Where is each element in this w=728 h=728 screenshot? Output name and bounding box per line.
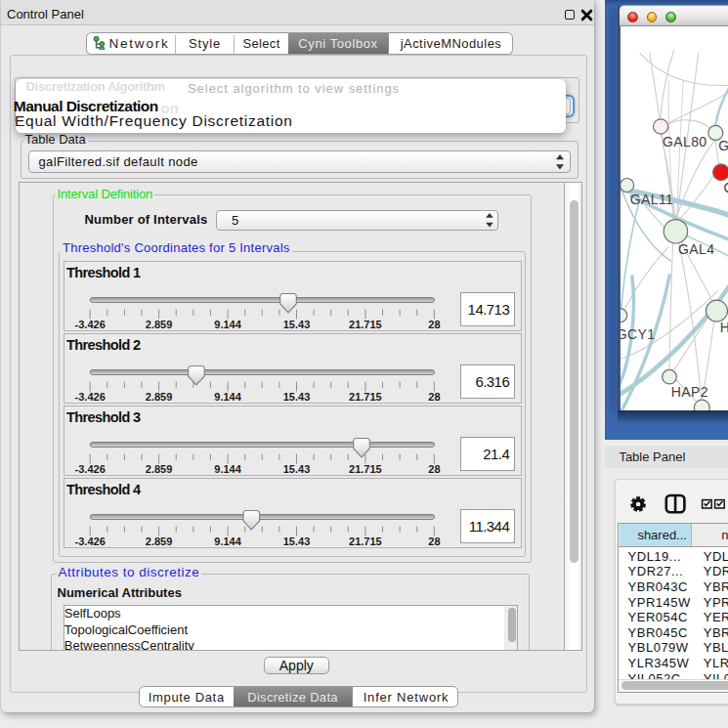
svg-text:21.715: 21.715 <box>349 391 382 403</box>
svg-text:15.43: 15.43 <box>282 535 310 547</box>
svg-text:28: 28 <box>428 463 440 475</box>
svg-text:GCY1: GCY1 <box>621 326 655 342</box>
svg-text:-3.426: -3.426 <box>74 319 105 330</box>
svg-text:HAP2: HAP2 <box>670 384 707 400</box>
svg-text:15.43: 15.43 <box>282 463 310 475</box>
svg-text:9.144: 9.144 <box>214 535 241 547</box>
svg-text:21.715: 21.715 <box>349 319 382 330</box>
svg-text:21.715: 21.715 <box>349 535 382 547</box>
svg-text:28: 28 <box>428 319 440 330</box>
svg-text:2.859: 2.859 <box>145 319 172 330</box>
svg-text:GAL2: GAL2 <box>718 138 728 153</box>
svg-text:HIS4: HIS4 <box>719 320 728 335</box>
svg-text:15.43: 15.43 <box>282 391 310 403</box>
svg-text:GAL4: GAL4 <box>677 241 713 257</box>
svg-text:9.144: 9.144 <box>214 391 241 403</box>
svg-text:28: 28 <box>428 391 440 403</box>
svg-text:21.715: 21.715 <box>349 463 382 475</box>
svg-text:GAL80: GAL80 <box>662 134 707 150</box>
svg-text:2.859: 2.859 <box>145 391 172 403</box>
svg-text:2.859: 2.859 <box>145 535 172 547</box>
svg-text:15.43: 15.43 <box>282 319 310 330</box>
svg-text:-3.426: -3.426 <box>74 535 105 547</box>
svg-text:2.859: 2.859 <box>145 463 172 475</box>
svg-text:-3.426: -3.426 <box>74 463 105 475</box>
svg-text:CAF4: CAF4 <box>723 180 728 195</box>
svg-text:9.144: 9.144 <box>214 319 241 330</box>
svg-text:-3.426: -3.426 <box>74 391 105 403</box>
svg-text:GAL11: GAL11 <box>629 192 673 207</box>
svg-text:9.144: 9.144 <box>214 463 241 475</box>
svg-text:28: 28 <box>428 535 440 547</box>
